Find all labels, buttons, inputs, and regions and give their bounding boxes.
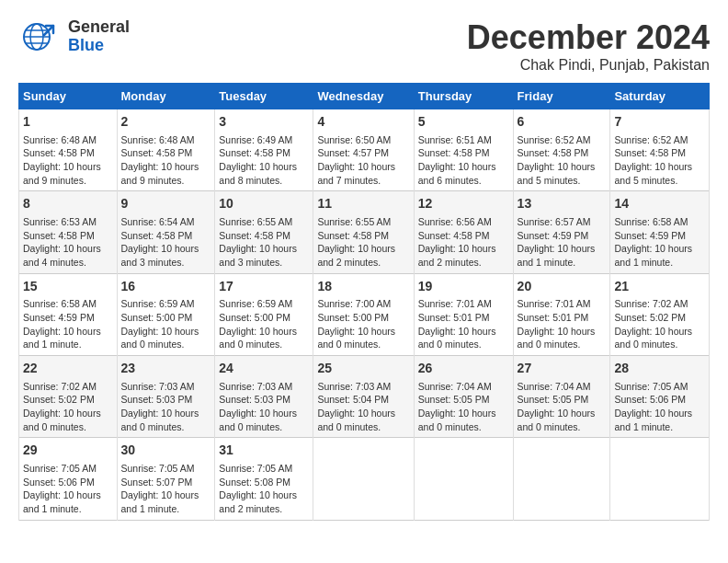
header-day-friday: Friday xyxy=(513,84,610,109)
day-info: Sunrise: 7:02 AMSunset: 5:02 PMDaylight:… xyxy=(614,297,705,351)
calendar-header-row: SundayMondayTuesdayWednesdayThursdayFrid… xyxy=(19,84,710,109)
header: General Blue December 2024 Chak Pindi, P… xyxy=(18,18,710,74)
calendar-cell: 20Sunrise: 7:01 AMSunset: 5:01 PMDayligh… xyxy=(513,273,610,355)
calendar-cell: 30Sunrise: 7:05 AMSunset: 5:07 PMDayligh… xyxy=(117,438,215,520)
day-number: 17 xyxy=(219,278,309,296)
day-number: 30 xyxy=(121,442,211,460)
day-info: Sunrise: 6:55 AMSunset: 4:58 PMDaylight:… xyxy=(219,215,309,270)
day-info: Sunrise: 7:05 AMSunset: 5:07 PMDaylight:… xyxy=(121,462,211,516)
day-number: 20 xyxy=(518,278,607,296)
day-info: Sunrise: 7:00 AMSunset: 5:00 PMDaylight:… xyxy=(317,297,409,351)
calendar-cell xyxy=(414,438,513,520)
calendar-cell: 27Sunrise: 7:04 AMSunset: 5:05 PMDayligh… xyxy=(513,356,610,438)
day-number: 18 xyxy=(317,278,409,296)
day-number: 29 xyxy=(23,442,113,460)
logo-blue-text: Blue xyxy=(68,37,130,55)
day-info: Sunrise: 6:57 AMSunset: 4:59 PMDaylight:… xyxy=(518,215,607,270)
day-number: 23 xyxy=(121,360,211,378)
day-number: 27 xyxy=(518,360,607,378)
day-number: 3 xyxy=(219,113,309,132)
week-row-2: 8Sunrise: 6:53 AMSunset: 4:58 PMDaylight… xyxy=(19,191,710,273)
day-info: Sunrise: 6:49 AMSunset: 4:58 PMDaylight:… xyxy=(219,133,309,188)
calendar-cell: 26Sunrise: 7:04 AMSunset: 5:05 PMDayligh… xyxy=(414,356,513,438)
calendar-table: SundayMondayTuesdayWednesdayThursdayFrid… xyxy=(18,83,710,521)
day-number: 8 xyxy=(23,195,113,213)
day-info: Sunrise: 7:04 AMSunset: 5:05 PMDaylight:… xyxy=(518,380,607,434)
location-title: Chak Pindi, Punjab, Pakistan xyxy=(467,57,710,74)
calendar-cell: 24Sunrise: 7:03 AMSunset: 5:03 PMDayligh… xyxy=(215,356,313,438)
day-info: Sunrise: 7:03 AMSunset: 5:03 PMDaylight:… xyxy=(219,380,309,434)
day-number: 24 xyxy=(219,360,309,378)
day-number: 13 xyxy=(518,195,607,213)
week-row-4: 22Sunrise: 7:02 AMSunset: 5:02 PMDayligh… xyxy=(19,356,710,438)
calendar-cell: 18Sunrise: 7:00 AMSunset: 5:00 PMDayligh… xyxy=(313,273,414,355)
calendar-cell: 21Sunrise: 7:02 AMSunset: 5:02 PMDayligh… xyxy=(610,273,710,355)
day-info: Sunrise: 6:56 AMSunset: 4:58 PMDaylight:… xyxy=(418,215,509,270)
calendar-cell xyxy=(313,438,414,520)
calendar-cell xyxy=(513,438,610,520)
calendar-cell: 12Sunrise: 6:56 AMSunset: 4:58 PMDayligh… xyxy=(414,191,513,273)
calendar-cell: 6Sunrise: 6:52 AMSunset: 4:58 PMDaylight… xyxy=(513,109,610,191)
calendar-cell xyxy=(610,438,710,520)
day-info: Sunrise: 7:05 AMSunset: 5:06 PMDaylight:… xyxy=(614,380,705,434)
day-info: Sunrise: 6:58 AMSunset: 4:59 PMDaylight:… xyxy=(614,215,705,270)
calendar-cell: 14Sunrise: 6:58 AMSunset: 4:59 PMDayligh… xyxy=(610,191,710,273)
day-number: 1 xyxy=(23,113,113,132)
header-day-monday: Monday xyxy=(117,84,215,109)
day-number: 28 xyxy=(614,360,705,378)
calendar-cell: 16Sunrise: 6:59 AMSunset: 5:00 PMDayligh… xyxy=(117,273,215,355)
day-number: 6 xyxy=(518,113,607,132)
calendar-cell: 22Sunrise: 7:02 AMSunset: 5:02 PMDayligh… xyxy=(19,356,118,438)
day-info: Sunrise: 6:51 AMSunset: 4:58 PMDaylight:… xyxy=(418,133,509,188)
day-number: 9 xyxy=(121,195,211,213)
day-info: Sunrise: 7:05 AMSunset: 5:06 PMDaylight:… xyxy=(23,462,113,516)
calendar-cell: 9Sunrise: 6:54 AMSunset: 4:58 PMDaylight… xyxy=(117,191,215,273)
calendar-cell: 2Sunrise: 6:48 AMSunset: 4:58 PMDaylight… xyxy=(117,109,215,191)
day-number: 19 xyxy=(418,278,509,296)
week-row-5: 29Sunrise: 7:05 AMSunset: 5:06 PMDayligh… xyxy=(19,438,710,520)
day-info: Sunrise: 7:03 AMSunset: 5:03 PMDaylight:… xyxy=(121,380,211,434)
week-row-3: 15Sunrise: 6:58 AMSunset: 4:59 PMDayligh… xyxy=(19,273,710,355)
day-number: 22 xyxy=(23,360,113,378)
day-number: 16 xyxy=(121,278,211,296)
day-info: Sunrise: 6:58 AMSunset: 4:59 PMDaylight:… xyxy=(23,297,113,351)
day-number: 12 xyxy=(418,195,509,213)
logo-icon xyxy=(18,18,64,55)
day-number: 4 xyxy=(317,113,409,132)
day-number: 14 xyxy=(614,195,705,213)
calendar-cell: 28Sunrise: 7:05 AMSunset: 5:06 PMDayligh… xyxy=(610,356,710,438)
logo-text: General Blue xyxy=(68,18,130,55)
day-number: 10 xyxy=(219,195,309,213)
day-info: Sunrise: 7:01 AMSunset: 5:01 PMDaylight:… xyxy=(518,297,607,351)
day-info: Sunrise: 6:48 AMSunset: 4:58 PMDaylight:… xyxy=(23,133,113,188)
calendar-cell: 25Sunrise: 7:03 AMSunset: 5:04 PMDayligh… xyxy=(313,356,414,438)
calendar-cell: 8Sunrise: 6:53 AMSunset: 4:58 PMDaylight… xyxy=(19,191,118,273)
day-number: 7 xyxy=(614,113,705,132)
header-day-tuesday: Tuesday xyxy=(215,84,313,109)
day-info: Sunrise: 6:55 AMSunset: 4:58 PMDaylight:… xyxy=(317,215,409,270)
day-info: Sunrise: 7:05 AMSunset: 5:08 PMDaylight:… xyxy=(219,462,309,516)
calendar-cell: 10Sunrise: 6:55 AMSunset: 4:58 PMDayligh… xyxy=(215,191,313,273)
day-info: Sunrise: 7:01 AMSunset: 5:01 PMDaylight:… xyxy=(418,297,509,351)
day-number: 2 xyxy=(121,113,211,132)
day-number: 31 xyxy=(219,442,309,460)
day-number: 15 xyxy=(23,278,113,296)
logo-general-text: General xyxy=(68,18,130,37)
calendar-cell: 15Sunrise: 6:58 AMSunset: 4:59 PMDayligh… xyxy=(19,273,118,355)
logo: General Blue xyxy=(18,18,130,55)
calendar-cell: 3Sunrise: 6:49 AMSunset: 4:58 PMDaylight… xyxy=(215,109,313,191)
day-number: 21 xyxy=(614,278,705,296)
day-info: Sunrise: 6:54 AMSunset: 4:58 PMDaylight:… xyxy=(121,215,211,270)
header-day-sunday: Sunday xyxy=(19,84,118,109)
day-info: Sunrise: 7:04 AMSunset: 5:05 PMDaylight:… xyxy=(418,380,509,434)
day-number: 11 xyxy=(317,195,409,213)
day-info: Sunrise: 7:02 AMSunset: 5:02 PMDaylight:… xyxy=(23,380,113,434)
day-number: 25 xyxy=(317,360,409,378)
day-info: Sunrise: 6:59 AMSunset: 5:00 PMDaylight:… xyxy=(121,297,211,351)
calendar-cell: 4Sunrise: 6:50 AMSunset: 4:57 PMDaylight… xyxy=(313,109,414,191)
calendar-cell: 5Sunrise: 6:51 AMSunset: 4:58 PMDaylight… xyxy=(414,109,513,191)
header-day-thursday: Thursday xyxy=(414,84,513,109)
month-title: December 2024 xyxy=(467,18,710,57)
day-info: Sunrise: 6:59 AMSunset: 5:00 PMDaylight:… xyxy=(219,297,309,351)
header-day-wednesday: Wednesday xyxy=(313,84,414,109)
